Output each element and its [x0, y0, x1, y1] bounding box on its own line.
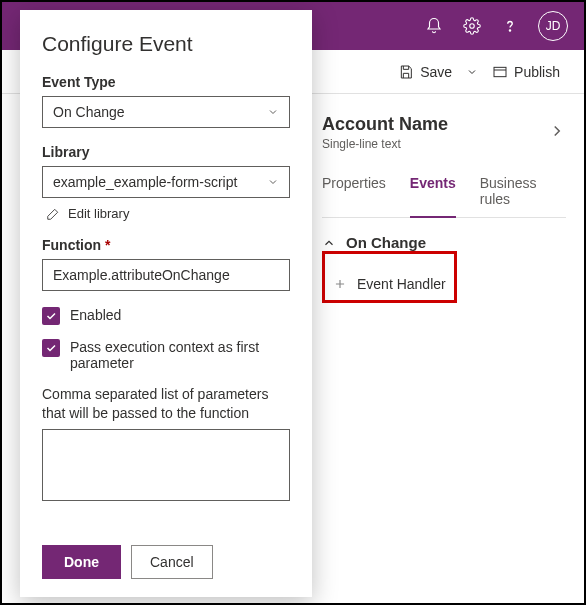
function-label: Function * [42, 237, 290, 253]
pass-context-label: Pass execution context as first paramete… [70, 339, 290, 371]
gear-icon[interactable] [462, 16, 482, 36]
chevron-down-icon [267, 176, 279, 188]
event-type-select[interactable]: On Change [42, 96, 290, 128]
save-label: Save [420, 64, 452, 80]
highlight-box: Event Handler [322, 251, 457, 303]
enabled-label: Enabled [70, 307, 121, 323]
help-icon[interactable] [500, 16, 520, 36]
section-title: On Change [346, 234, 426, 251]
svg-point-0 [470, 24, 475, 29]
add-handler-label: Event Handler [357, 276, 446, 292]
library-value: example_example-form-script [53, 174, 237, 190]
field-name: Account Name [322, 114, 448, 135]
save-dropdown[interactable] [464, 62, 480, 82]
function-input[interactable] [42, 259, 290, 291]
tab-events[interactable]: Events [410, 169, 456, 217]
tab-business-rules[interactable]: Business rules [480, 169, 566, 217]
save-button[interactable]: Save [392, 60, 458, 84]
chevron-down-icon [267, 106, 279, 118]
properties-pane: Account Name Single-line text Properties… [312, 94, 584, 603]
section-onchange-header[interactable]: On Change [322, 234, 566, 251]
done-button[interactable]: Done [42, 545, 121, 579]
pass-context-checkbox[interactable] [42, 339, 60, 357]
field-subtype: Single-line text [322, 137, 448, 151]
plus-icon [333, 277, 347, 291]
library-label: Library [42, 144, 290, 160]
chevron-right-icon[interactable] [548, 122, 566, 144]
pencil-icon [46, 207, 60, 221]
params-textarea[interactable] [42, 429, 290, 501]
edit-library-label: Edit library [68, 206, 129, 221]
avatar[interactable]: JD [538, 11, 568, 41]
check-icon [45, 342, 57, 354]
enabled-checkbox[interactable] [42, 307, 60, 325]
publish-label: Publish [514, 64, 560, 80]
tab-properties[interactable]: Properties [322, 169, 386, 217]
chevron-up-icon [322, 236, 336, 250]
add-event-handler-button[interactable]: Event Handler [327, 270, 452, 298]
event-type-label: Event Type [42, 74, 290, 90]
publish-button[interactable]: Publish [486, 60, 566, 84]
library-select[interactable]: example_example-form-script [42, 166, 290, 198]
edit-library-link[interactable]: Edit library [42, 206, 290, 221]
configure-event-panel: Configure Event Event Type On Change Lib… [20, 10, 312, 597]
event-type-value: On Change [53, 104, 125, 120]
svg-rect-2 [494, 67, 506, 76]
cancel-button[interactable]: Cancel [131, 545, 213, 579]
tabs: Properties Events Business rules [322, 169, 566, 218]
svg-point-1 [509, 30, 510, 31]
check-icon [45, 310, 57, 322]
bell-icon[interactable] [424, 16, 444, 36]
modal-title: Configure Event [42, 32, 290, 56]
params-label: Comma separated list of parameters that … [42, 385, 290, 423]
